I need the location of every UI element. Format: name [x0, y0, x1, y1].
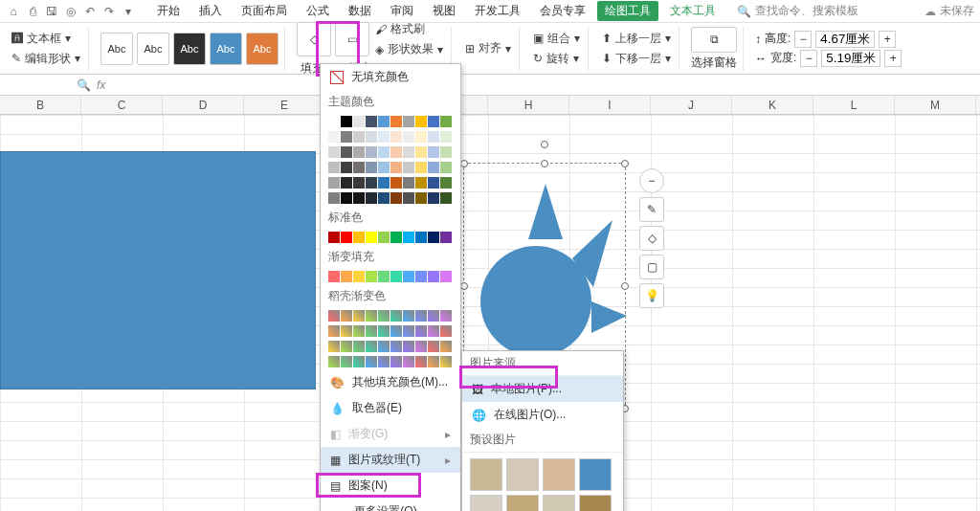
swatch[interactable] — [403, 310, 414, 322]
nofill-item[interactable]: 无填充颜色 — [321, 64, 460, 90]
swatch[interactable] — [428, 192, 439, 204]
online-image-item[interactable]: 🌐 在线图片(O)... — [462, 402, 623, 428]
swatch[interactable] — [403, 116, 414, 127]
swatch[interactable] — [428, 325, 439, 337]
texture-swatch[interactable] — [579, 458, 612, 491]
swatch[interactable] — [415, 271, 427, 282]
swatch[interactable] — [353, 271, 365, 282]
selpane-button[interactable]: ⧉ — [691, 27, 737, 53]
swatch[interactable] — [366, 162, 377, 173]
swatch[interactable] — [328, 131, 340, 143]
swatch[interactable] — [415, 116, 427, 127]
swatch[interactable] — [353, 310, 365, 322]
swatch[interactable] — [378, 356, 390, 367]
swatch[interactable] — [353, 356, 365, 367]
tab-5[interactable]: 审阅 — [383, 1, 421, 21]
mini-bucket[interactable]: ◇ — [639, 226, 664, 251]
swatch[interactable] — [341, 146, 352, 158]
swatch[interactable] — [403, 325, 414, 337]
swatch[interactable] — [366, 131, 377, 143]
col-L[interactable]: L — [813, 96, 895, 114]
swatch[interactable] — [341, 116, 352, 127]
swatch[interactable] — [341, 131, 352, 143]
swatch[interactable] — [341, 341, 352, 352]
texture-swatch[interactable] — [470, 495, 502, 511]
swatch[interactable] — [403, 341, 414, 352]
shape-style-2[interactable]: Abc — [137, 33, 169, 65]
swatch[interactable] — [390, 116, 402, 127]
swatch[interactable] — [440, 177, 452, 189]
swatch[interactable] — [341, 325, 352, 337]
swatch[interactable] — [428, 131, 439, 143]
swatch[interactable] — [341, 232, 352, 243]
swatch[interactable] — [390, 192, 402, 204]
swatch[interactable] — [415, 177, 427, 189]
tab-2[interactable]: 页面布局 — [234, 1, 295, 21]
swatch[interactable] — [328, 177, 340, 189]
swatch[interactable] — [328, 271, 340, 282]
swatch[interactable] — [403, 131, 414, 143]
textbox-button[interactable]: 🅰 文本框▾ — [10, 30, 82, 48]
swatch[interactable] — [428, 177, 439, 189]
swatch[interactable] — [353, 131, 365, 143]
swatch[interactable] — [403, 232, 414, 243]
mini-zoomout[interactable]: − — [639, 168, 664, 193]
swatch[interactable] — [366, 116, 377, 127]
swatch[interactable] — [328, 356, 340, 367]
swatch[interactable] — [440, 131, 452, 143]
height-plus[interactable]: + — [879, 31, 896, 48]
swatch[interactable] — [378, 310, 390, 322]
col-C[interactable]: C — [81, 96, 163, 114]
swatch[interactable] — [428, 116, 439, 127]
swatch[interactable] — [415, 341, 427, 352]
texture-swatch[interactable] — [506, 495, 539, 511]
swatch[interactable] — [353, 146, 365, 158]
swatch[interactable] — [390, 232, 402, 243]
group-button[interactable]: ▣组合▾ — [531, 30, 582, 48]
col-B[interactable]: B — [0, 96, 81, 114]
rotate-button[interactable]: ↻旋转▾ — [531, 50, 582, 68]
col-D[interactable]: D — [163, 96, 244, 114]
swatch[interactable] — [390, 146, 402, 158]
swatch[interactable] — [390, 310, 402, 322]
home-icon[interactable]: ⌂ — [6, 4, 21, 19]
tab-9[interactable]: 绘图工具 — [597, 1, 658, 21]
swatch[interactable] — [328, 162, 340, 173]
swatch[interactable] — [328, 232, 340, 243]
width-plus[interactable]: + — [884, 50, 902, 67]
col-I[interactable]: I — [569, 96, 651, 114]
swatch[interactable] — [390, 177, 402, 189]
swatch[interactable] — [341, 310, 352, 322]
swatch[interactable] — [415, 325, 427, 337]
mini-square[interactable]: ▢ — [639, 255, 664, 279]
swatch[interactable] — [415, 146, 427, 158]
swatch[interactable] — [328, 325, 340, 337]
texture-swatch[interactable] — [543, 458, 575, 491]
swatch[interactable] — [440, 162, 452, 173]
swatch[interactable] — [341, 192, 352, 204]
texture-swatch[interactable] — [506, 458, 539, 491]
swatch[interactable] — [328, 116, 340, 127]
swatch[interactable] — [328, 341, 340, 352]
swatch[interactable] — [390, 131, 402, 143]
swatch[interactable] — [428, 310, 439, 322]
swatch[interactable] — [328, 192, 340, 204]
tab-7[interactable]: 开发工具 — [467, 1, 528, 21]
swatch[interactable] — [366, 192, 377, 204]
formula-input[interactable] — [111, 77, 980, 94]
swatch[interactable] — [390, 271, 402, 282]
shape-style-5[interactable]: Abc — [246, 33, 278, 65]
swatch[interactable] — [341, 271, 352, 282]
save-icon[interactable]: 🖫 — [44, 4, 59, 19]
qat-dropdown-icon[interactable]: ▾ — [121, 4, 136, 19]
gradient-item[interactable]: ◧ 渐变(G) ▸ — [321, 421, 460, 447]
width-input[interactable] — [821, 50, 880, 67]
tab-1[interactable]: 插入 — [191, 1, 230, 21]
swatch[interactable] — [440, 341, 452, 352]
swatch[interactable] — [390, 356, 402, 367]
pattern-item[interactable]: ▤ 图案(N) — [321, 473, 460, 499]
swatch[interactable] — [341, 162, 352, 173]
swatch[interactable] — [440, 310, 452, 322]
fill-button[interactable]: ◇ — [297, 22, 331, 56]
swatch[interactable] — [428, 271, 439, 282]
